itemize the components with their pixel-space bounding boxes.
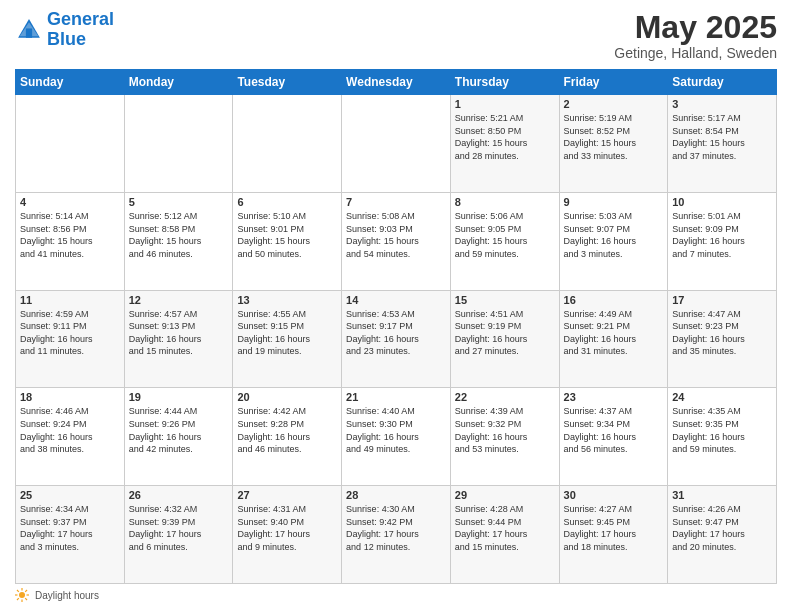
- calendar-cell: 13Sunrise: 4:55 AM Sunset: 9:15 PM Dayli…: [233, 290, 342, 388]
- sun-icon: [15, 588, 29, 602]
- calendar-cell: 30Sunrise: 4:27 AM Sunset: 9:45 PM Dayli…: [559, 486, 668, 584]
- calendar-table: SundayMondayTuesdayWednesdayThursdayFrid…: [15, 69, 777, 584]
- day-info: Sunrise: 4:47 AM Sunset: 9:23 PM Dayligh…: [672, 308, 772, 358]
- day-info: Sunrise: 4:34 AM Sunset: 9:37 PM Dayligh…: [20, 503, 120, 553]
- logo-text: General Blue: [47, 10, 114, 50]
- day-info: Sunrise: 4:31 AM Sunset: 9:40 PM Dayligh…: [237, 503, 337, 553]
- col-header-monday: Monday: [124, 70, 233, 95]
- day-number: 5: [129, 196, 229, 208]
- day-number: 15: [455, 294, 555, 306]
- day-number: 31: [672, 489, 772, 501]
- day-info: Sunrise: 4:42 AM Sunset: 9:28 PM Dayligh…: [237, 405, 337, 455]
- calendar-cell: 29Sunrise: 4:28 AM Sunset: 9:44 PM Dayli…: [450, 486, 559, 584]
- day-number: 8: [455, 196, 555, 208]
- calendar-cell: 11Sunrise: 4:59 AM Sunset: 9:11 PM Dayli…: [16, 290, 125, 388]
- calendar-cell: 1Sunrise: 5:21 AM Sunset: 8:50 PM Daylig…: [450, 95, 559, 193]
- day-number: 2: [564, 98, 664, 110]
- calendar-cell: 25Sunrise: 4:34 AM Sunset: 9:37 PM Dayli…: [16, 486, 125, 584]
- logo: General Blue: [15, 10, 114, 50]
- day-number: 7: [346, 196, 446, 208]
- week-row-1: 1Sunrise: 5:21 AM Sunset: 8:50 PM Daylig…: [16, 95, 777, 193]
- calendar-cell: 7Sunrise: 5:08 AM Sunset: 9:03 PM Daylig…: [342, 192, 451, 290]
- subtitle: Getinge, Halland, Sweden: [614, 45, 777, 61]
- calendar-cell: 12Sunrise: 4:57 AM Sunset: 9:13 PM Dayli…: [124, 290, 233, 388]
- calendar-cell: 27Sunrise: 4:31 AM Sunset: 9:40 PM Dayli…: [233, 486, 342, 584]
- day-number: 22: [455, 391, 555, 403]
- daylight-label: Daylight hours: [35, 590, 99, 601]
- svg-point-3: [19, 592, 25, 598]
- day-info: Sunrise: 4:26 AM Sunset: 9:47 PM Dayligh…: [672, 503, 772, 553]
- footer-note: Daylight hours: [15, 588, 777, 602]
- day-info: Sunrise: 4:35 AM Sunset: 9:35 PM Dayligh…: [672, 405, 772, 455]
- day-info: Sunrise: 5:17 AM Sunset: 8:54 PM Dayligh…: [672, 112, 772, 162]
- day-number: 9: [564, 196, 664, 208]
- day-number: 30: [564, 489, 664, 501]
- day-number: 13: [237, 294, 337, 306]
- day-number: 3: [672, 98, 772, 110]
- calendar-cell: 10Sunrise: 5:01 AM Sunset: 9:09 PM Dayli…: [668, 192, 777, 290]
- day-info: Sunrise: 4:46 AM Sunset: 9:24 PM Dayligh…: [20, 405, 120, 455]
- calendar-cell: 4Sunrise: 5:14 AM Sunset: 8:56 PM Daylig…: [16, 192, 125, 290]
- svg-line-9: [25, 598, 27, 600]
- svg-line-8: [17, 590, 19, 592]
- header: General Blue May 2025 Getinge, Halland, …: [15, 10, 777, 61]
- day-number: 18: [20, 391, 120, 403]
- day-number: 16: [564, 294, 664, 306]
- calendar-cell: 2Sunrise: 5:19 AM Sunset: 8:52 PM Daylig…: [559, 95, 668, 193]
- calendar-cell: [124, 95, 233, 193]
- svg-line-10: [25, 590, 27, 592]
- day-number: 25: [20, 489, 120, 501]
- day-number: 11: [20, 294, 120, 306]
- day-info: Sunrise: 4:59 AM Sunset: 9:11 PM Dayligh…: [20, 308, 120, 358]
- day-info: Sunrise: 5:03 AM Sunset: 9:07 PM Dayligh…: [564, 210, 664, 260]
- calendar-cell: 3Sunrise: 5:17 AM Sunset: 8:54 PM Daylig…: [668, 95, 777, 193]
- col-header-friday: Friday: [559, 70, 668, 95]
- calendar-cell: 28Sunrise: 4:30 AM Sunset: 9:42 PM Dayli…: [342, 486, 451, 584]
- logo-blue: Blue: [47, 29, 86, 49]
- day-info: Sunrise: 4:39 AM Sunset: 9:32 PM Dayligh…: [455, 405, 555, 455]
- day-info: Sunrise: 5:01 AM Sunset: 9:09 PM Dayligh…: [672, 210, 772, 260]
- col-header-sunday: Sunday: [16, 70, 125, 95]
- day-number: 20: [237, 391, 337, 403]
- main-title: May 2025: [614, 10, 777, 45]
- calendar-cell: 9Sunrise: 5:03 AM Sunset: 9:07 PM Daylig…: [559, 192, 668, 290]
- day-info: Sunrise: 4:32 AM Sunset: 9:39 PM Dayligh…: [129, 503, 229, 553]
- day-info: Sunrise: 4:30 AM Sunset: 9:42 PM Dayligh…: [346, 503, 446, 553]
- calendar-cell: 18Sunrise: 4:46 AM Sunset: 9:24 PM Dayli…: [16, 388, 125, 486]
- calendar-cell: 19Sunrise: 4:44 AM Sunset: 9:26 PM Dayli…: [124, 388, 233, 486]
- page: General Blue May 2025 Getinge, Halland, …: [0, 0, 792, 612]
- logo-general: General: [47, 9, 114, 29]
- calendar-cell: 22Sunrise: 4:39 AM Sunset: 9:32 PM Dayli…: [450, 388, 559, 486]
- day-number: 21: [346, 391, 446, 403]
- day-info: Sunrise: 4:49 AM Sunset: 9:21 PM Dayligh…: [564, 308, 664, 358]
- week-row-3: 11Sunrise: 4:59 AM Sunset: 9:11 PM Dayli…: [16, 290, 777, 388]
- calendar-cell: 16Sunrise: 4:49 AM Sunset: 9:21 PM Dayli…: [559, 290, 668, 388]
- day-info: Sunrise: 5:14 AM Sunset: 8:56 PM Dayligh…: [20, 210, 120, 260]
- day-info: Sunrise: 4:57 AM Sunset: 9:13 PM Dayligh…: [129, 308, 229, 358]
- day-number: 17: [672, 294, 772, 306]
- calendar-cell: 31Sunrise: 4:26 AM Sunset: 9:47 PM Dayli…: [668, 486, 777, 584]
- calendar-cell: [16, 95, 125, 193]
- day-info: Sunrise: 5:21 AM Sunset: 8:50 PM Dayligh…: [455, 112, 555, 162]
- day-number: 14: [346, 294, 446, 306]
- day-number: 29: [455, 489, 555, 501]
- calendar-cell: [233, 95, 342, 193]
- day-number: 1: [455, 98, 555, 110]
- day-info: Sunrise: 5:08 AM Sunset: 9:03 PM Dayligh…: [346, 210, 446, 260]
- day-info: Sunrise: 5:19 AM Sunset: 8:52 PM Dayligh…: [564, 112, 664, 162]
- day-info: Sunrise: 5:06 AM Sunset: 9:05 PM Dayligh…: [455, 210, 555, 260]
- calendar-cell: 6Sunrise: 5:10 AM Sunset: 9:01 PM Daylig…: [233, 192, 342, 290]
- calendar-cell: 8Sunrise: 5:06 AM Sunset: 9:05 PM Daylig…: [450, 192, 559, 290]
- day-info: Sunrise: 5:12 AM Sunset: 8:58 PM Dayligh…: [129, 210, 229, 260]
- day-info: Sunrise: 4:37 AM Sunset: 9:34 PM Dayligh…: [564, 405, 664, 455]
- week-row-5: 25Sunrise: 4:34 AM Sunset: 9:37 PM Dayli…: [16, 486, 777, 584]
- col-header-saturday: Saturday: [668, 70, 777, 95]
- calendar-cell: 14Sunrise: 4:53 AM Sunset: 9:17 PM Dayli…: [342, 290, 451, 388]
- day-info: Sunrise: 4:28 AM Sunset: 9:44 PM Dayligh…: [455, 503, 555, 553]
- calendar-cell: 15Sunrise: 4:51 AM Sunset: 9:19 PM Dayli…: [450, 290, 559, 388]
- calendar-cell: 17Sunrise: 4:47 AM Sunset: 9:23 PM Dayli…: [668, 290, 777, 388]
- day-number: 27: [237, 489, 337, 501]
- day-number: 26: [129, 489, 229, 501]
- calendar-cell: 24Sunrise: 4:35 AM Sunset: 9:35 PM Dayli…: [668, 388, 777, 486]
- calendar-cell: [342, 95, 451, 193]
